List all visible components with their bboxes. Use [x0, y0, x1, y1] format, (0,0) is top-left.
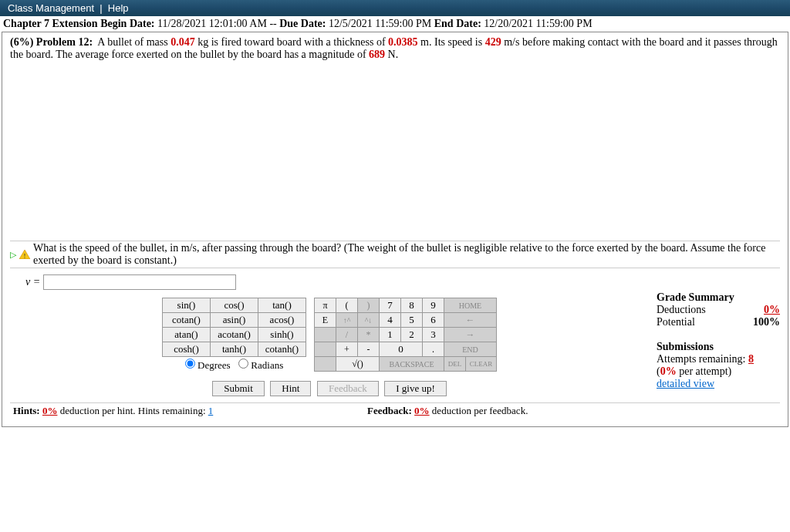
kp-dot[interactable]: . — [423, 342, 444, 357]
kp-3[interactable]: 3 — [423, 328, 444, 342]
answer-input[interactable] — [43, 274, 236, 290]
kp-left[interactable]: ← — [444, 313, 497, 328]
kp-2[interactable]: 2 — [401, 328, 423, 342]
fn-cosh[interactable]: cosh() — [163, 342, 211, 357]
warning-icon: ! — [19, 248, 30, 261]
feedback-button[interactable]: Feedback — [317, 381, 379, 396]
kp-right[interactable]: → — [444, 328, 497, 342]
hints-remaining: 1 — [208, 405, 214, 416]
kp-blank1 — [315, 328, 336, 342]
kp-5[interactable]: 5 — [401, 313, 423, 328]
kp-8[interactable]: 8 — [401, 298, 423, 313]
kp-7[interactable]: 7 — [380, 298, 401, 313]
help-link[interactable]: Help — [108, 2, 129, 14]
assignment-header: Chapter 7 Extension Begin Date: 11/28/20… — [0, 16, 790, 32]
kp-sqrt[interactable]: √() — [336, 357, 380, 372]
fn-acos[interactable]: acos() — [258, 313, 306, 328]
kp-9[interactable]: 9 — [423, 298, 444, 313]
kp-div[interactable]: / — [336, 328, 358, 342]
kp-plus[interactable]: + — [336, 342, 358, 357]
fn-cotanh[interactable]: cotanh() — [258, 342, 306, 357]
fn-tan[interactable]: tan() — [258, 298, 306, 313]
fn-sin[interactable]: sin() — [163, 298, 211, 313]
kp-lparen[interactable]: ( — [336, 298, 358, 313]
hints-footer: Hints: 0% deduction per hint. Hints rema… — [10, 403, 364, 419]
kp-backspace[interactable]: BACKSPACE — [380, 357, 444, 372]
fn-acotan[interactable]: acotan() — [211, 328, 258, 342]
fn-atan[interactable]: atan() — [163, 328, 211, 342]
variable-label: v = — [25, 276, 40, 288]
submit-button[interactable]: Submit — [212, 381, 265, 396]
play-icon[interactable]: ▷ — [10, 250, 16, 260]
kp-6[interactable]: 6 — [423, 313, 444, 328]
feedback-footer: Feedback: 0% deduction per feedback. — [364, 403, 780, 419]
kp-rparen[interactable]: ) — [358, 298, 380, 313]
keypad[interactable]: π ( ) 7 8 9 HOME E ↑^ ^↓ 4 5 6 — [314, 298, 497, 372]
deductions-value: 0% — [764, 304, 780, 316]
svg-text:!: ! — [24, 252, 26, 259]
kp-e[interactable]: E — [315, 313, 336, 328]
function-pad[interactable]: sin()cos()tan() cotan()asin()acos() atan… — [162, 298, 306, 357]
fn-cos[interactable]: cos() — [211, 298, 258, 313]
kp-blank3 — [315, 357, 336, 372]
class-management-link[interactable]: Class Management — [8, 2, 94, 14]
degrees-radio[interactable]: Degrees — [185, 359, 231, 371]
radians-radio[interactable]: Radians — [238, 359, 283, 371]
kp-pi[interactable]: π — [315, 298, 336, 313]
kp-clear[interactable]: CLEAR — [466, 357, 497, 372]
fn-cotan[interactable]: cotan() — [163, 313, 211, 328]
topbar-sep: | — [100, 2, 102, 14]
giveup-button[interactable]: I give up! — [384, 381, 447, 396]
hint-button[interactable]: Hint — [270, 381, 311, 396]
kp-minus[interactable]: - — [358, 342, 380, 357]
kp-blank2 — [315, 342, 336, 357]
kp-4[interactable]: 4 — [380, 313, 401, 328]
kp-end[interactable]: END — [444, 342, 497, 357]
kp-sup[interactable]: ↑^ — [336, 313, 358, 328]
kp-mul[interactable]: * — [358, 328, 380, 342]
kp-home[interactable]: HOME — [444, 298, 497, 313]
attempts-remaining: 8 — [748, 353, 754, 365]
grade-panel: Grade Summary Deductions0% Potential100%… — [657, 268, 780, 396]
problem-statement: (6%) Problem 12: A bullet of mass 0.047 … — [10, 36, 780, 237]
detailed-view-link[interactable]: detailed view — [657, 378, 714, 389]
fn-tanh[interactable]: tanh() — [211, 342, 258, 357]
question-text: What is the speed of the bullet, in m/s,… — [33, 242, 780, 267]
kp-sub[interactable]: ^↓ — [358, 313, 380, 328]
kp-1[interactable]: 1 — [380, 328, 401, 342]
kp-del[interactable]: DEL — [444, 357, 466, 372]
kp-0[interactable]: 0 — [380, 342, 423, 357]
fn-sinh[interactable]: sinh() — [258, 328, 306, 342]
fn-asin[interactable]: asin() — [211, 313, 258, 328]
